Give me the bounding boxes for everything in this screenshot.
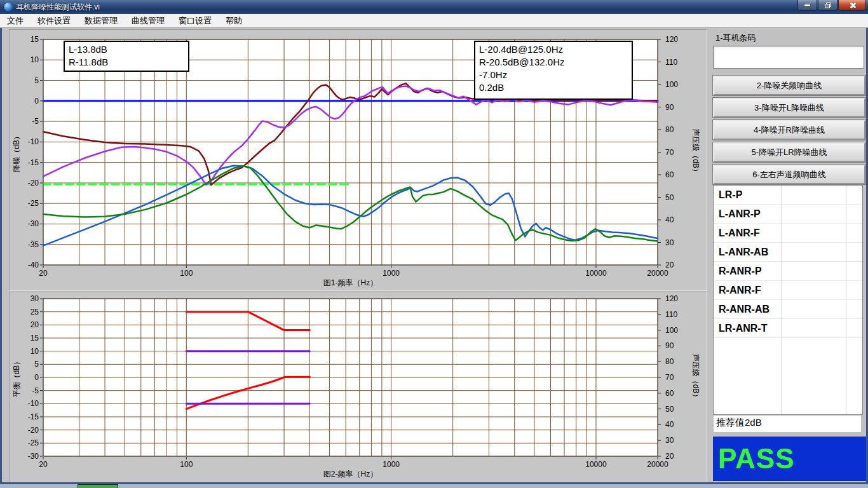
menu-bar: 文件软件设置数据管理曲线管理窗口设置帮助: [0, 14, 868, 28]
restore-button[interactable]: [818, 0, 837, 11]
measure-button-5[interactable]: 5-降噪开LR降噪曲线: [713, 142, 865, 162]
menu-item-3[interactable]: 数据管理: [78, 14, 125, 28]
graph2-frame: [9, 292, 707, 484]
menu-item-6[interactable]: 帮助: [219, 14, 249, 28]
restore-icon: [825, 3, 831, 8]
cursor-line: R-11.8dB: [69, 56, 188, 69]
cursor-line: 0.2dB: [479, 81, 632, 94]
menu-item-5[interactable]: 窗口设置: [172, 14, 219, 28]
measurement-listbox[interactable]: LR-PL-ANR-PL-ANR-FL-ANR-ABR-ANR-PR-ANR-F…: [713, 185, 863, 415]
menu-item-1[interactable]: 文件: [0, 14, 31, 28]
menu-item-4[interactable]: 曲线管理: [125, 14, 172, 28]
result-indicator: PASS: [713, 437, 868, 481]
list-item-r-anr-ab[interactable]: R-ANR-AB: [714, 300, 862, 319]
list-column-divider: [846, 186, 846, 414]
list-column-divider: [781, 186, 782, 414]
close-button[interactable]: [838, 0, 866, 11]
cursor-line: L-13.8dB: [69, 43, 188, 56]
title-bar[interactable]: 耳机降噪性能测试软件.vi: [0, 0, 868, 14]
window-border-left: [0, 0, 2, 484]
menu-item-2[interactable]: 软件设置: [31, 14, 78, 28]
barcode-label: 1-耳机条码: [715, 32, 756, 44]
measure-button-6[interactable]: 6-左右声道频响曲线: [713, 165, 865, 184]
list-item-r-anr-f[interactable]: R-ANR-F: [714, 281, 862, 300]
measure-button-2[interactable]: 2-降噪关频响曲线: [713, 76, 865, 95]
app-window: 耳机降噪性能测试软件.vi 文件软件设置数据管理曲线管理窗口设置帮助 20100…: [0, 0, 868, 488]
window-title: 耳机降噪性能测试软件.vi: [16, 2, 100, 13]
list-item-l-anr-f[interactable]: L-ANR-F: [714, 224, 862, 243]
control-sidebar: 1-耳机条码 2-降噪关频响曲线3-降噪开L降噪曲线4-降噪开R降噪曲线5-降噪…: [710, 27, 868, 484]
list-item-lr-p[interactable]: LR-P: [714, 186, 862, 205]
list-item-l-anr-ab[interactable]: L-ANR-AB: [714, 243, 862, 262]
taskbar-sliver: [0, 484, 868, 488]
list-item-r-anr-p[interactable]: R-ANR-P: [714, 262, 862, 281]
measure-button-3[interactable]: 3-降噪开L降噪曲线: [713, 98, 865, 118]
minimize-icon: [804, 4, 810, 6]
taskbar-item-fragment: [78, 484, 118, 488]
list-item-lr-anr-t[interactable]: LR-ANR-T: [714, 319, 862, 338]
close-icon: [849, 2, 856, 9]
cursor-legend-peak: L-20.4dB@125.0Hz R-20.5dB@132.0Hz -7.0Hz…: [474, 41, 633, 100]
measure-button-4[interactable]: 4-降噪开R降噪曲线: [713, 120, 865, 140]
list-item-l-anr-p[interactable]: L-ANR-P: [714, 205, 862, 224]
app-icon: [4, 3, 13, 11]
minimize-button[interactable]: [797, 0, 817, 11]
barcode-input[interactable]: [713, 46, 864, 69]
recommend-value-label: 推荐值2dB: [713, 415, 862, 433]
cursor-line: L-20.4dB@125.0Hz: [479, 43, 632, 56]
cursor-legend-broadband: L-13.8dB R-11.8dB: [64, 41, 189, 72]
cursor-line: R-20.5dB@132.0Hz: [479, 56, 632, 69]
cursor-line: -7.0Hz: [479, 69, 632, 81]
